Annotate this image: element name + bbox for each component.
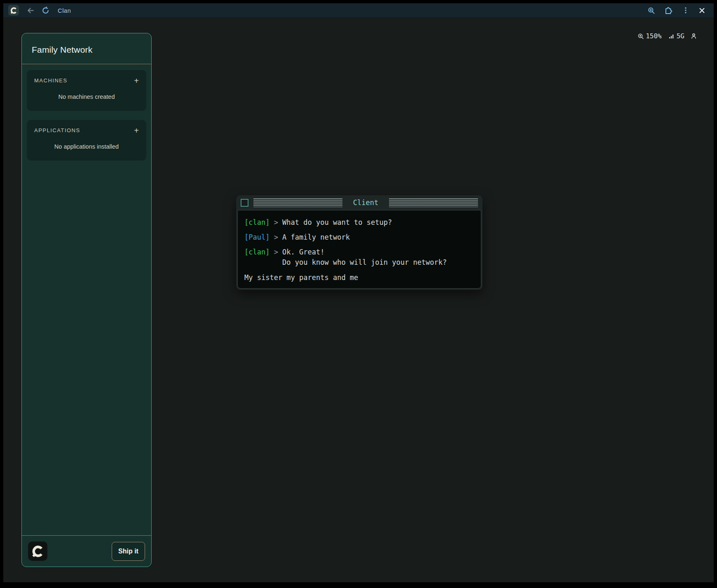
magnifier-plus-icon: [637, 33, 644, 40]
applications-heading: APPLICATIONS: [34, 127, 80, 133]
client-chat-area[interactable]: [clan] > What do you want to setup? [Pau…: [237, 210, 481, 289]
back-arrow-icon[interactable]: [25, 5, 36, 16]
window-close-box-icon[interactable]: [241, 199, 248, 207]
client-titlebar[interactable]: Client: [236, 195, 483, 210]
clan-logo-icon: [8, 5, 19, 16]
chat-message: [Paul] > A family network: [244, 232, 474, 243]
client-window: Client [clan] > What do you want to setu…: [236, 195, 483, 290]
applications-card: APPLICATIONS + No applications installed: [27, 120, 146, 161]
message-text: Do you know who will join your network?: [282, 257, 447, 268]
prompt-arrow: >: [269, 232, 282, 243]
machines-empty-text: No machines created: [34, 93, 139, 100]
person-icon: [690, 33, 697, 40]
sidebar-title: Family Network: [32, 45, 141, 55]
titlebar-stripes-right: [389, 198, 478, 207]
sender-clan: [clan]: [244, 247, 269, 257]
titlebar-stripes-left: [253, 198, 342, 207]
app-window: Clan: [3, 3, 714, 582]
sender-clan: [clan]: [244, 217, 269, 228]
zoom-in-icon[interactable]: [647, 7, 655, 14]
message-text: Ok. Great!: [282, 247, 324, 257]
chat-message: [clan] > Ok. Great! Do you know who will…: [244, 247, 474, 268]
refresh-icon[interactable]: [40, 5, 51, 16]
chat-input-line[interactable]: My sister my parents and me: [244, 273, 474, 283]
ship-it-button[interactable]: Ship it: [112, 542, 145, 561]
message-text: What do you want to setup?: [282, 217, 392, 228]
prompt-arrow: >: [269, 217, 282, 228]
extensions-puzzle-icon[interactable]: [664, 6, 673, 15]
sidebar: Family Network MACHINES + No machines cr…: [21, 33, 152, 567]
applications-empty-text: No applications installed: [34, 143, 139, 150]
prompt-arrow: >: [269, 247, 282, 257]
clan-logo-icon: [28, 541, 47, 561]
signal-bars-icon: [668, 33, 675, 40]
machines-heading: MACHINES: [34, 77, 68, 84]
zoom-level: 150%: [646, 32, 662, 40]
client-window-title: Client: [347, 198, 384, 207]
add-machine-button[interactable]: +: [134, 78, 139, 84]
kebab-menu-icon[interactable]: [682, 7, 689, 14]
machines-card: MACHINES + No machines created: [27, 70, 146, 111]
chat-message: [clan] > What do you want to setup?: [244, 217, 474, 228]
status-indicators: 150% 5G: [637, 32, 697, 40]
network-label: 5G: [677, 32, 684, 40]
chrome-bar: Clan: [3, 3, 714, 17]
add-application-button[interactable]: +: [134, 128, 139, 133]
sidebar-footer: Ship it: [22, 535, 151, 567]
message-text: A family network: [282, 232, 350, 243]
window-title: Clan: [58, 7, 71, 14]
close-icon[interactable]: [698, 7, 705, 14]
sender-paul: [Paul]: [244, 232, 269, 243]
